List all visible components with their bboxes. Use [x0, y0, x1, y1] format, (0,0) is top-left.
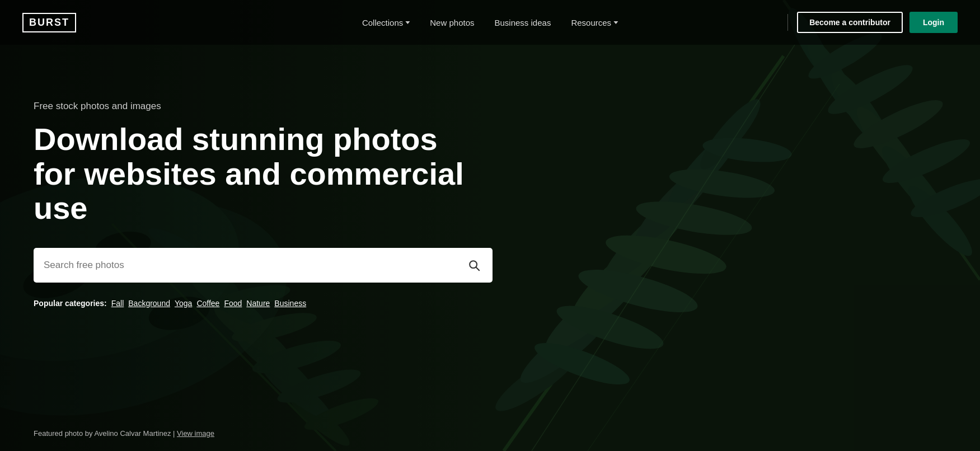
category-link-food[interactable]: Food: [224, 299, 242, 308]
hero-content: Free stock photos and images Download st…: [0, 45, 980, 308]
logo-text: BURST: [29, 17, 69, 29]
nav-collections[interactable]: Collections: [362, 18, 410, 27]
logo[interactable]: BURST: [22, 13, 76, 32]
hero-title: Download stunning photos for websites an…: [34, 122, 481, 226]
view-image-link[interactable]: View image: [177, 429, 214, 438]
category-links: FallBackgroundYogaCoffeeFoodNatureBusine…: [111, 298, 311, 308]
hero-footer: Featured photo by Avelino Calvar Martine…: [34, 429, 214, 438]
popular-categories-label: Popular categories:: [34, 299, 107, 308]
search-input[interactable]: [44, 260, 466, 271]
search-bar: [34, 248, 493, 283]
resources-chevron-icon: [613, 21, 618, 24]
category-link-yoga[interactable]: Yoga: [175, 299, 192, 308]
category-link-background[interactable]: Background: [128, 299, 170, 308]
business-ideas-label: Business ideas: [494, 18, 551, 27]
new-photos-label: New photos: [430, 18, 474, 27]
nav-center: Collections New photos Business ideas Re…: [362, 18, 618, 27]
nav-resources[interactable]: Resources: [571, 18, 618, 27]
resources-label: Resources: [571, 18, 611, 27]
collections-chevron-icon: [405, 21, 410, 24]
category-link-coffee[interactable]: Coffee: [196, 299, 219, 308]
nav-business-ideas[interactable]: Business ideas: [494, 18, 551, 27]
category-link-nature[interactable]: Nature: [246, 299, 270, 308]
hero-subtitle: Free stock photos and images: [34, 101, 980, 112]
category-link-fall[interactable]: Fall: [111, 299, 124, 308]
navbar: BURST Collections New photos Business id…: [0, 0, 980, 45]
search-button[interactable]: [466, 257, 482, 274]
attribution-text: Featured photo by Avelino Calvar Martine…: [34, 429, 177, 438]
svg-line-52: [476, 267, 480, 270]
become-contributor-button[interactable]: Become a contributor: [797, 12, 903, 33]
nav-left: BURST: [22, 13, 76, 32]
nav-right: Become a contributor Login: [785, 12, 958, 33]
nav-new-photos[interactable]: New photos: [430, 18, 474, 27]
popular-categories: Popular categories: FallBackgroundYogaCo…: [34, 298, 980, 308]
collections-label: Collections: [362, 18, 403, 27]
search-icon: [468, 259, 480, 271]
nav-divider: [787, 14, 788, 31]
category-link-business[interactable]: Business: [274, 299, 306, 308]
login-button[interactable]: Login: [909, 12, 958, 33]
